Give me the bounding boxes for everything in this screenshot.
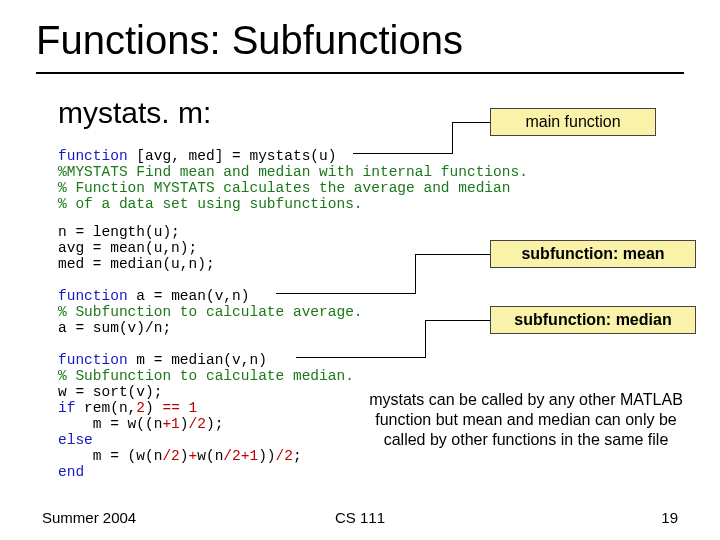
code-text: ) xyxy=(180,448,189,464)
num: /2 xyxy=(162,448,179,464)
file-name: mystats. m: xyxy=(58,96,211,130)
code-block-header: function [avg, med] = mystats(u) %MYSTAT… xyxy=(58,148,528,212)
kw-end: end xyxy=(58,464,84,480)
code-text: m = median(v,n) xyxy=(128,352,267,368)
explanatory-note: mystats can be called by any other MATLA… xyxy=(366,390,686,450)
connector xyxy=(415,254,416,294)
num: +1 xyxy=(162,416,179,432)
num: /2 xyxy=(276,448,293,464)
slide: Functions: Subfunctions mystats. m: main… xyxy=(0,0,720,540)
kw-if: if xyxy=(58,400,75,416)
comment: %MYSTATS Find mean and median with inter… xyxy=(58,164,528,180)
code-text: ) xyxy=(145,400,162,416)
footer-course: CS 111 xyxy=(0,509,720,526)
slide-title: Functions: Subfunctions xyxy=(36,18,463,63)
connector xyxy=(452,122,490,123)
kw-function: function xyxy=(58,288,128,304)
comment: % Subfunction to calculate median. xyxy=(58,368,354,384)
code-text: m = (w(n xyxy=(58,448,162,464)
label-main-function: main function xyxy=(490,108,656,136)
code-block-mean: function a = mean(v,n) % Subfunction to … xyxy=(58,288,363,336)
kw-function: function xyxy=(58,352,128,368)
code-text: m = w((n xyxy=(58,416,162,432)
code-block-median: function m = median(v,n) % Subfunction t… xyxy=(58,352,354,480)
code-text: ; xyxy=(293,448,302,464)
code-block-body: n = length(u); avg = mean(u,n); med = me… xyxy=(58,224,215,272)
connector xyxy=(425,320,490,321)
code-text: w = sort(v); xyxy=(58,384,162,400)
code-text: [avg, med] = mystats(u) xyxy=(128,148,337,164)
num: == 1 xyxy=(162,400,197,416)
code-text: rem(n, xyxy=(75,400,136,416)
code-text: ); xyxy=(206,416,223,432)
comment: % of a data set using subfunctions. xyxy=(58,196,363,212)
code-text: n = length(u); xyxy=(58,224,180,240)
code-text: w(n xyxy=(197,448,223,464)
num: + xyxy=(189,448,198,464)
footer-page: 19 xyxy=(661,509,678,526)
code-text: ) xyxy=(180,416,189,432)
title-rule xyxy=(36,72,684,74)
kw-else: else xyxy=(58,432,93,448)
connector xyxy=(425,320,426,358)
code-text: avg = mean(u,n); xyxy=(58,240,197,256)
kw-function: function xyxy=(58,148,128,164)
label-subfunction-median: subfunction: median xyxy=(490,306,696,334)
code-text: )) xyxy=(258,448,275,464)
code-text: a = sum(v)/n; xyxy=(58,320,171,336)
connector xyxy=(415,254,490,255)
num: /2+1 xyxy=(223,448,258,464)
num: 2 xyxy=(136,400,145,416)
code-text: a = mean(v,n) xyxy=(128,288,250,304)
num: /2 xyxy=(189,416,206,432)
label-subfunction-mean: subfunction: mean xyxy=(490,240,696,268)
comment: % Subfunction to calculate average. xyxy=(58,304,363,320)
code-text: med = median(u,n); xyxy=(58,256,215,272)
comment: % Function MYSTATS calculates the averag… xyxy=(58,180,510,196)
